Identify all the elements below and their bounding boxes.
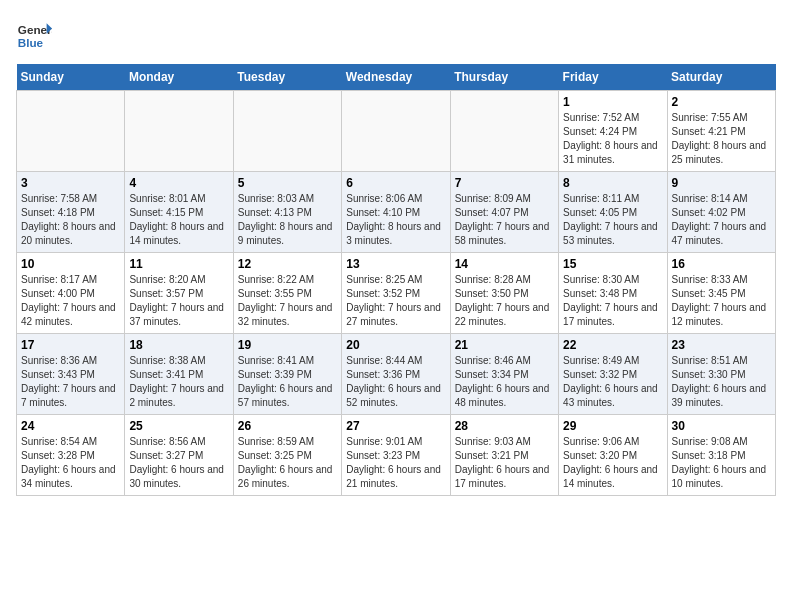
day-number: 28 (455, 419, 554, 433)
calendar-cell: 27Sunrise: 9:01 AM Sunset: 3:23 PM Dayli… (342, 415, 450, 496)
svg-text:Blue: Blue (18, 36, 44, 49)
day-header-friday: Friday (559, 64, 667, 91)
calendar-cell (125, 91, 233, 172)
calendar-cell: 19Sunrise: 8:41 AM Sunset: 3:39 PM Dayli… (233, 334, 341, 415)
day-number: 19 (238, 338, 337, 352)
calendar-cell: 4Sunrise: 8:01 AM Sunset: 4:15 PM Daylig… (125, 172, 233, 253)
day-info: Sunrise: 8:06 AM Sunset: 4:10 PM Dayligh… (346, 192, 445, 248)
calendar-cell: 22Sunrise: 8:49 AM Sunset: 3:32 PM Dayli… (559, 334, 667, 415)
day-number: 17 (21, 338, 120, 352)
day-header-wednesday: Wednesday (342, 64, 450, 91)
day-header-thursday: Thursday (450, 64, 558, 91)
day-info: Sunrise: 8:51 AM Sunset: 3:30 PM Dayligh… (672, 354, 771, 410)
calendar-cell: 28Sunrise: 9:03 AM Sunset: 3:21 PM Dayli… (450, 415, 558, 496)
calendar-cell: 23Sunrise: 8:51 AM Sunset: 3:30 PM Dayli… (667, 334, 775, 415)
calendar-cell: 14Sunrise: 8:28 AM Sunset: 3:50 PM Dayli… (450, 253, 558, 334)
calendar-cell: 24Sunrise: 8:54 AM Sunset: 3:28 PM Dayli… (17, 415, 125, 496)
calendar-cell: 13Sunrise: 8:25 AM Sunset: 3:52 PM Dayli… (342, 253, 450, 334)
day-number: 29 (563, 419, 662, 433)
calendar-cell: 11Sunrise: 8:20 AM Sunset: 3:57 PM Dayli… (125, 253, 233, 334)
day-info: Sunrise: 9:01 AM Sunset: 3:23 PM Dayligh… (346, 435, 445, 491)
calendar-cell (342, 91, 450, 172)
day-number: 7 (455, 176, 554, 190)
day-info: Sunrise: 8:54 AM Sunset: 3:28 PM Dayligh… (21, 435, 120, 491)
day-number: 5 (238, 176, 337, 190)
day-number: 8 (563, 176, 662, 190)
calendar-cell (233, 91, 341, 172)
day-info: Sunrise: 8:25 AM Sunset: 3:52 PM Dayligh… (346, 273, 445, 329)
calendar-cell: 3Sunrise: 7:58 AM Sunset: 4:18 PM Daylig… (17, 172, 125, 253)
day-number: 2 (672, 95, 771, 109)
day-number: 24 (21, 419, 120, 433)
calendar-cell: 6Sunrise: 8:06 AM Sunset: 4:10 PM Daylig… (342, 172, 450, 253)
calendar-cell: 5Sunrise: 8:03 AM Sunset: 4:13 PM Daylig… (233, 172, 341, 253)
day-info: Sunrise: 8:49 AM Sunset: 3:32 PM Dayligh… (563, 354, 662, 410)
day-info: Sunrise: 8:36 AM Sunset: 3:43 PM Dayligh… (21, 354, 120, 410)
day-number: 23 (672, 338, 771, 352)
day-header-tuesday: Tuesday (233, 64, 341, 91)
calendar-cell: 16Sunrise: 8:33 AM Sunset: 3:45 PM Dayli… (667, 253, 775, 334)
day-info: Sunrise: 9:06 AM Sunset: 3:20 PM Dayligh… (563, 435, 662, 491)
day-header-sunday: Sunday (17, 64, 125, 91)
day-info: Sunrise: 8:14 AM Sunset: 4:02 PM Dayligh… (672, 192, 771, 248)
calendar-cell: 20Sunrise: 8:44 AM Sunset: 3:36 PM Dayli… (342, 334, 450, 415)
day-info: Sunrise: 8:03 AM Sunset: 4:13 PM Dayligh… (238, 192, 337, 248)
day-number: 30 (672, 419, 771, 433)
day-info: Sunrise: 8:28 AM Sunset: 3:50 PM Dayligh… (455, 273, 554, 329)
calendar-cell: 21Sunrise: 8:46 AM Sunset: 3:34 PM Dayli… (450, 334, 558, 415)
day-info: Sunrise: 8:59 AM Sunset: 3:25 PM Dayligh… (238, 435, 337, 491)
day-number: 18 (129, 338, 228, 352)
day-number: 22 (563, 338, 662, 352)
calendar-cell: 17Sunrise: 8:36 AM Sunset: 3:43 PM Dayli… (17, 334, 125, 415)
day-number: 10 (21, 257, 120, 271)
day-header-saturday: Saturday (667, 64, 775, 91)
day-info: Sunrise: 8:22 AM Sunset: 3:55 PM Dayligh… (238, 273, 337, 329)
day-number: 16 (672, 257, 771, 271)
calendar-cell (17, 91, 125, 172)
calendar-cell: 12Sunrise: 8:22 AM Sunset: 3:55 PM Dayli… (233, 253, 341, 334)
day-number: 1 (563, 95, 662, 109)
day-info: Sunrise: 8:44 AM Sunset: 3:36 PM Dayligh… (346, 354, 445, 410)
day-number: 3 (21, 176, 120, 190)
calendar-cell: 26Sunrise: 8:59 AM Sunset: 3:25 PM Dayli… (233, 415, 341, 496)
day-number: 13 (346, 257, 445, 271)
calendar-cell: 10Sunrise: 8:17 AM Sunset: 4:00 PM Dayli… (17, 253, 125, 334)
day-info: Sunrise: 8:17 AM Sunset: 4:00 PM Dayligh… (21, 273, 120, 329)
day-header-monday: Monday (125, 64, 233, 91)
day-info: Sunrise: 8:30 AM Sunset: 3:48 PM Dayligh… (563, 273, 662, 329)
day-info: Sunrise: 9:08 AM Sunset: 3:18 PM Dayligh… (672, 435, 771, 491)
calendar-cell: 29Sunrise: 9:06 AM Sunset: 3:20 PM Dayli… (559, 415, 667, 496)
calendar-cell: 8Sunrise: 8:11 AM Sunset: 4:05 PM Daylig… (559, 172, 667, 253)
calendar-cell: 25Sunrise: 8:56 AM Sunset: 3:27 PM Dayli… (125, 415, 233, 496)
day-number: 12 (238, 257, 337, 271)
calendar-cell: 1Sunrise: 7:52 AM Sunset: 4:24 PM Daylig… (559, 91, 667, 172)
day-info: Sunrise: 8:11 AM Sunset: 4:05 PM Dayligh… (563, 192, 662, 248)
day-number: 25 (129, 419, 228, 433)
calendar-cell: 30Sunrise: 9:08 AM Sunset: 3:18 PM Dayli… (667, 415, 775, 496)
day-info: Sunrise: 8:56 AM Sunset: 3:27 PM Dayligh… (129, 435, 228, 491)
logo: General Blue (16, 16, 52, 52)
header: General Blue (16, 16, 776, 52)
day-number: 27 (346, 419, 445, 433)
calendar-cell: 15Sunrise: 8:30 AM Sunset: 3:48 PM Dayli… (559, 253, 667, 334)
day-number: 15 (563, 257, 662, 271)
day-info: Sunrise: 8:20 AM Sunset: 3:57 PM Dayligh… (129, 273, 228, 329)
day-info: Sunrise: 8:33 AM Sunset: 3:45 PM Dayligh… (672, 273, 771, 329)
day-info: Sunrise: 7:55 AM Sunset: 4:21 PM Dayligh… (672, 111, 771, 167)
day-number: 14 (455, 257, 554, 271)
day-number: 6 (346, 176, 445, 190)
day-info: Sunrise: 7:58 AM Sunset: 4:18 PM Dayligh… (21, 192, 120, 248)
day-info: Sunrise: 8:46 AM Sunset: 3:34 PM Dayligh… (455, 354, 554, 410)
day-info: Sunrise: 8:38 AM Sunset: 3:41 PM Dayligh… (129, 354, 228, 410)
day-number: 11 (129, 257, 228, 271)
day-number: 21 (455, 338, 554, 352)
calendar-table: SundayMondayTuesdayWednesdayThursdayFrid… (16, 64, 776, 496)
calendar-cell: 18Sunrise: 8:38 AM Sunset: 3:41 PM Dayli… (125, 334, 233, 415)
day-info: Sunrise: 8:09 AM Sunset: 4:07 PM Dayligh… (455, 192, 554, 248)
calendar-cell: 7Sunrise: 8:09 AM Sunset: 4:07 PM Daylig… (450, 172, 558, 253)
day-info: Sunrise: 8:41 AM Sunset: 3:39 PM Dayligh… (238, 354, 337, 410)
day-number: 4 (129, 176, 228, 190)
day-info: Sunrise: 7:52 AM Sunset: 4:24 PM Dayligh… (563, 111, 662, 167)
day-info: Sunrise: 9:03 AM Sunset: 3:21 PM Dayligh… (455, 435, 554, 491)
day-number: 20 (346, 338, 445, 352)
